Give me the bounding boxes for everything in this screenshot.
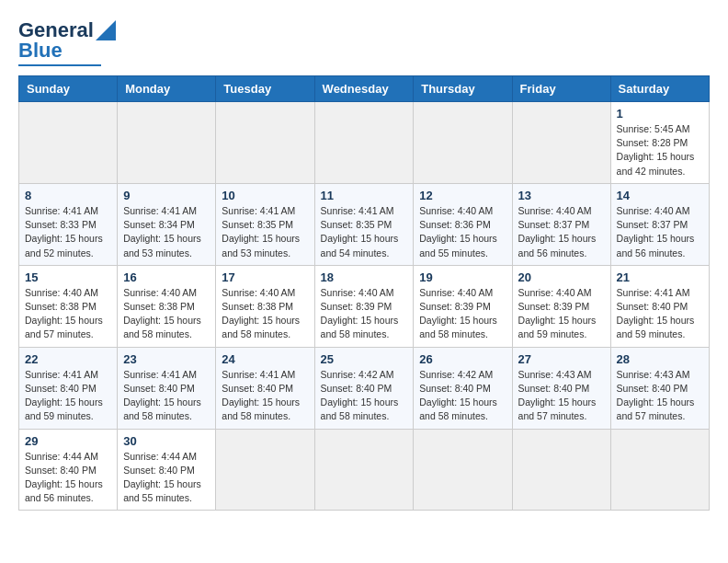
day-info: Sunrise: 4:42 AMSunset: 8:40 PMDaylight:… — [419, 369, 497, 422]
calendar-cell — [512, 102, 610, 184]
day-number: 25 — [321, 352, 408, 366]
day-number: 21 — [617, 270, 703, 284]
calendar-header-row: SundayMondayTuesdayWednesdayThursdayFrid… — [19, 76, 710, 102]
day-info: Sunrise: 4:40 AMSunset: 8:38 PMDaylight:… — [123, 287, 201, 340]
calendar-cell: 27 Sunrise: 4:43 AMSunset: 8:40 PMDaylig… — [512, 347, 610, 429]
day-number: 24 — [222, 352, 308, 366]
day-info: Sunrise: 4:41 AMSunset: 8:40 PMDaylight:… — [25, 369, 103, 422]
calendar-cell: 26 Sunrise: 4:42 AMSunset: 8:40 PMDaylig… — [414, 347, 512, 429]
calendar-cell: 30 Sunrise: 4:44 AMSunset: 8:40 PMDaylig… — [118, 429, 216, 511]
day-info: Sunrise: 4:40 AMSunset: 8:38 PMDaylight:… — [222, 287, 300, 340]
day-info: Sunrise: 4:40 AMSunset: 8:39 PMDaylight:… — [321, 287, 399, 340]
day-info: Sunrise: 4:42 AMSunset: 8:40 PMDaylight:… — [321, 369, 399, 422]
day-number: 16 — [123, 270, 210, 284]
day-number: 1 — [617, 107, 703, 121]
day-number: 20 — [518, 270, 605, 284]
day-number: 26 — [419, 352, 506, 366]
calendar-cell: 28 Sunrise: 4:43 AMSunset: 8:40 PMDaylig… — [610, 347, 709, 429]
day-number: 17 — [222, 270, 308, 284]
day-number: 29 — [25, 434, 111, 448]
calendar-cell: 15 Sunrise: 4:40 AMSunset: 8:38 PMDaylig… — [19, 265, 118, 347]
calendar-week-row: 1 Sunrise: 5:45 AMSunset: 8:28 PMDayligh… — [19, 102, 710, 184]
calendar-cell: 17 Sunrise: 4:40 AMSunset: 8:38 PMDaylig… — [216, 265, 314, 347]
day-info: Sunrise: 4:41 AMSunset: 8:40 PMDaylight:… — [222, 369, 300, 422]
day-info: Sunrise: 4:40 AMSunset: 8:36 PMDaylight:… — [419, 205, 497, 259]
calendar-header-sunday: Sunday — [19, 76, 118, 102]
calendar-header-friday: Friday — [512, 76, 610, 102]
day-number: 11 — [321, 189, 408, 202]
calendar-cell: 14 Sunrise: 4:40 AMSunset: 8:37 PMDaylig… — [610, 183, 709, 265]
calendar-cell: 22 Sunrise: 4:41 AMSunset: 8:40 PMDaylig… — [19, 347, 118, 429]
day-number: 12 — [419, 189, 506, 202]
calendar-header-saturday: Saturday — [610, 76, 709, 102]
day-info: Sunrise: 4:41 AMSunset: 8:33 PMDaylight:… — [25, 205, 103, 259]
day-number: 14 — [617, 189, 703, 202]
day-info: Sunrise: 4:40 AMSunset: 8:37 PMDaylight:… — [518, 205, 597, 259]
day-info: Sunrise: 4:44 AMSunset: 8:40 PMDaylight:… — [123, 451, 201, 504]
day-number: 13 — [518, 189, 605, 202]
calendar-cell — [512, 429, 610, 511]
day-info: Sunrise: 4:43 AMSunset: 8:40 PMDaylight:… — [518, 369, 597, 422]
calendar-cell: 23 Sunrise: 4:41 AMSunset: 8:40 PMDaylig… — [118, 347, 216, 429]
calendar-week-row: 22 Sunrise: 4:41 AMSunset: 8:40 PMDaylig… — [19, 347, 710, 429]
calendar-cell: 13 Sunrise: 4:40 AMSunset: 8:37 PMDaylig… — [512, 183, 610, 265]
calendar-cell — [610, 429, 709, 511]
logo-underline — [18, 64, 101, 66]
day-number: 10 — [222, 189, 308, 202]
calendar-cell — [414, 102, 512, 184]
day-number: 15 — [25, 270, 111, 284]
day-info: Sunrise: 4:40 AMSunset: 8:39 PMDaylight:… — [518, 287, 597, 340]
day-number: 27 — [518, 352, 605, 366]
calendar-cell — [19, 102, 118, 184]
calendar-table: SundayMondayTuesdayWednesdayThursdayFrid… — [18, 75, 710, 511]
day-info: Sunrise: 4:40 AMSunset: 8:37 PMDaylight:… — [617, 205, 695, 259]
calendar-cell — [414, 429, 512, 511]
calendar-cell — [314, 429, 414, 511]
calendar-cell: 16 Sunrise: 4:40 AMSunset: 8:38 PMDaylig… — [118, 265, 216, 347]
day-number: 19 — [419, 270, 506, 284]
calendar-header-wednesday: Wednesday — [314, 76, 414, 102]
day-number: 8 — [25, 189, 111, 202]
day-info: Sunrise: 4:41 AMSunset: 8:40 PMDaylight:… — [123, 369, 201, 422]
calendar-cell: 20 Sunrise: 4:40 AMSunset: 8:39 PMDaylig… — [512, 265, 610, 347]
calendar-cell: 10 Sunrise: 4:41 AMSunset: 8:35 PMDaylig… — [216, 183, 314, 265]
day-number: 22 — [25, 352, 111, 366]
day-number: 9 — [123, 189, 210, 202]
calendar-cell: 8 Sunrise: 4:41 AMSunset: 8:33 PMDayligh… — [19, 183, 118, 265]
logo: General Blue — [18, 18, 116, 66]
calendar-cell: 24 Sunrise: 4:41 AMSunset: 8:40 PMDaylig… — [216, 347, 314, 429]
calendar-cell: 21 Sunrise: 4:41 AMSunset: 8:40 PMDaylig… — [610, 265, 709, 347]
calendar-header-thursday: Thursday — [414, 76, 512, 102]
calendar-cell — [216, 429, 314, 511]
day-info: Sunrise: 4:40 AMSunset: 8:39 PMDaylight:… — [419, 287, 497, 340]
logo-icon — [96, 20, 116, 40]
calendar-cell: 1 Sunrise: 5:45 AMSunset: 8:28 PMDayligh… — [610, 102, 709, 184]
day-number: 30 — [123, 434, 210, 448]
day-info: Sunrise: 4:44 AMSunset: 8:40 PMDaylight:… — [25, 451, 103, 504]
svg-marker-0 — [96, 20, 116, 40]
page-header: General Blue — [18, 18, 710, 66]
calendar-week-row: 8 Sunrise: 4:41 AMSunset: 8:33 PMDayligh… — [19, 183, 710, 265]
calendar-cell: 25 Sunrise: 4:42 AMSunset: 8:40 PMDaylig… — [314, 347, 414, 429]
day-info: Sunrise: 4:41 AMSunset: 8:35 PMDaylight:… — [321, 205, 399, 259]
calendar-cell: 11 Sunrise: 4:41 AMSunset: 8:35 PMDaylig… — [314, 183, 414, 265]
day-number: 18 — [321, 270, 408, 284]
day-info: Sunrise: 4:41 AMSunset: 8:40 PMDaylight:… — [617, 287, 695, 340]
calendar-cell — [314, 102, 414, 184]
calendar-cell: 9 Sunrise: 4:41 AMSunset: 8:34 PMDayligh… — [118, 183, 216, 265]
calendar-cell: 19 Sunrise: 4:40 AMSunset: 8:39 PMDaylig… — [414, 265, 512, 347]
calendar-header-monday: Monday — [118, 76, 216, 102]
day-number: 23 — [123, 352, 210, 366]
calendar-week-row: 29 Sunrise: 4:44 AMSunset: 8:40 PMDaylig… — [19, 429, 710, 511]
calendar-cell: 18 Sunrise: 4:40 AMSunset: 8:39 PMDaylig… — [314, 265, 414, 347]
calendar-header-tuesday: Tuesday — [216, 76, 314, 102]
day-info: Sunrise: 5:45 AMSunset: 8:28 PMDaylight:… — [617, 123, 695, 177]
calendar-cell: 12 Sunrise: 4:40 AMSunset: 8:36 PMDaylig… — [414, 183, 512, 265]
day-info: Sunrise: 4:41 AMSunset: 8:34 PMDaylight:… — [123, 205, 201, 259]
day-info: Sunrise: 4:40 AMSunset: 8:38 PMDaylight:… — [25, 287, 103, 340]
day-info: Sunrise: 4:43 AMSunset: 8:40 PMDaylight:… — [617, 369, 695, 422]
day-info: Sunrise: 4:41 AMSunset: 8:35 PMDaylight:… — [222, 205, 300, 259]
day-number: 28 — [617, 352, 703, 366]
calendar-cell — [118, 102, 216, 184]
calendar-cell — [216, 102, 314, 184]
